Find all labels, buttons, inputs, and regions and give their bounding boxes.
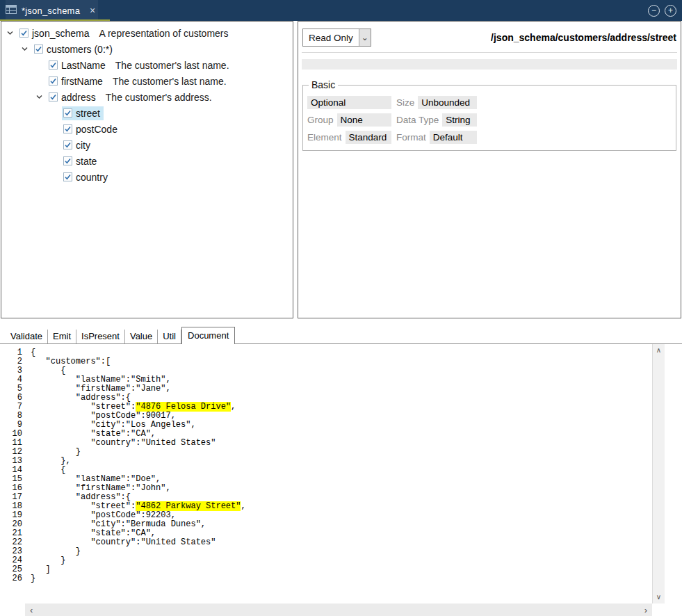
tree-node[interactable]: country bbox=[62, 170, 111, 184]
chevron-expanded-icon[interactable] bbox=[21, 45, 33, 53]
code-segment: "address":{ bbox=[31, 492, 131, 502]
basic-group-title: Basic bbox=[309, 79, 338, 90]
element-icon bbox=[19, 29, 29, 38]
property-label: Data Type bbox=[396, 115, 439, 125]
code-segment: "lastName":"Doe", bbox=[31, 474, 161, 484]
tree-item-postcode[interactable]: postCode bbox=[1, 121, 293, 137]
property-label: Element bbox=[307, 132, 342, 143]
property-cell: GroupNone bbox=[307, 113, 391, 127]
element-icon bbox=[49, 60, 58, 70]
tab-document[interactable]: Document bbox=[181, 327, 235, 344]
property-cell: ElementStandard bbox=[307, 131, 391, 144]
code-text: } bbox=[31, 574, 35, 583]
tree-item-label: json_schema bbox=[32, 28, 90, 39]
mode-dropdown-value: Read Only bbox=[303, 29, 359, 46]
code-segment: } bbox=[31, 546, 81, 556]
annotation-bar bbox=[302, 59, 677, 70]
chevron-down-icon[interactable]: ⌄ bbox=[359, 29, 371, 46]
tree-item-customers-0[interactable]: customers (0:*) bbox=[1, 41, 293, 57]
tree-item-lastname[interactable]: LastNameThe customer's last name. bbox=[1, 57, 293, 73]
code-segment: "city":"Los Angeles", bbox=[31, 420, 196, 430]
tree-node[interactable]: customers (0:*) bbox=[33, 42, 116, 56]
tree-item-label: address bbox=[61, 92, 96, 103]
close-icon[interactable]: × bbox=[90, 6, 95, 15]
tree-node[interactable]: LastName bbox=[47, 58, 109, 72]
tab-util[interactable]: Util bbox=[158, 330, 181, 343]
scroll-up-icon[interactable]: ∧ bbox=[656, 347, 661, 354]
code-segment: "street": bbox=[31, 501, 136, 511]
document-tab-json-schema[interactable]: *json_schema × bbox=[6, 0, 98, 21]
code-line-2: 2 "customers":[ bbox=[6, 357, 652, 366]
scroll-down-icon[interactable]: ∨ bbox=[656, 594, 661, 601]
collapse-circle-button[interactable]: − bbox=[648, 5, 660, 17]
code-segment: "postCode":92203, bbox=[31, 510, 176, 520]
tree-item-description: The customer's address. bbox=[106, 92, 212, 103]
tree-node[interactable]: address bbox=[47, 90, 99, 104]
document-tab-title: *json_schema bbox=[22, 6, 80, 16]
element-icon bbox=[63, 156, 72, 165]
main-area: json_schemaA representation of customers… bbox=[0, 21, 682, 320]
code-segment: , bbox=[241, 501, 245, 511]
tree-node[interactable]: json_schema bbox=[18, 26, 93, 40]
chevron-expanded-icon[interactable] bbox=[35, 93, 47, 101]
property-value: None bbox=[337, 113, 391, 127]
tab-validate[interactable]: Validate bbox=[6, 330, 48, 343]
tree-item-firstname[interactable]: firstNameThe customer's last name. bbox=[1, 73, 293, 89]
bottom-panel: ValidateEmitIsPresentValueUtilDocument 1… bbox=[0, 327, 682, 616]
plus-icon: + bbox=[668, 6, 673, 15]
code-line-13: 13 }, bbox=[6, 457, 652, 466]
tree-item-street[interactable]: street bbox=[1, 105, 293, 121]
selected-node-path: /json_schema/customers/address/street bbox=[491, 32, 676, 43]
property-cell: SizeUnbounded bbox=[396, 96, 477, 109]
tree-item-label: state bbox=[76, 156, 97, 167]
tree-item-description: The customer's last name. bbox=[113, 76, 227, 87]
code-line-24: 24 } bbox=[6, 556, 652, 565]
tree-item-address[interactable]: addressThe customer's address. bbox=[1, 89, 293, 105]
scroll-left-icon[interactable]: ‹ bbox=[30, 606, 33, 615]
chevron-expanded-icon[interactable] bbox=[6, 29, 18, 37]
tree-item-description: A representation of customers bbox=[99, 28, 229, 39]
tree-node-selected[interactable]: street bbox=[62, 106, 104, 120]
code-segment: "state":"CA", bbox=[31, 528, 156, 538]
basic-properties: OptionalSizeUnboundedGroupNoneData TypeS… bbox=[307, 96, 672, 144]
tree-node[interactable]: postCode bbox=[62, 122, 121, 136]
code-segment: "firstName":"Jane", bbox=[31, 384, 171, 394]
tab-value[interactable]: Value bbox=[125, 330, 158, 343]
scroll-right-icon[interactable]: › bbox=[644, 606, 647, 615]
mode-dropdown[interactable]: Read Only ⌄ bbox=[302, 29, 371, 47]
titlebar-actions: − + bbox=[648, 5, 676, 17]
code-segment: "firstName":"John", bbox=[31, 483, 171, 493]
tree-node[interactable]: state bbox=[62, 154, 100, 168]
property-value: Default bbox=[430, 131, 477, 144]
active-tab-underline bbox=[0, 19, 110, 21]
code-segment: , bbox=[231, 402, 236, 412]
code-line-12: 12 } bbox=[6, 448, 652, 457]
tree-item-json-schema[interactable]: json_schemaA representation of customers bbox=[1, 25, 293, 41]
property-label: Size bbox=[396, 97, 414, 108]
tree-item-city[interactable]: city bbox=[1, 137, 293, 153]
tab-ispresent[interactable]: IsPresent bbox=[76, 330, 125, 343]
code-segment: "country":"United States" bbox=[31, 438, 216, 448]
code-segment: "customers":[ bbox=[31, 357, 111, 366]
vertical-scrollbar[interactable]: ∧ ∨ bbox=[652, 344, 665, 603]
tree-item-state[interactable]: state bbox=[1, 153, 293, 169]
editor-area: 1{2 "customers":[3 {4 "lastName":"Smith"… bbox=[0, 344, 682, 603]
code-segment: "city":"Bermuda Dunes", bbox=[31, 519, 206, 529]
code-segment: "lastName":"Smith", bbox=[31, 375, 171, 384]
property-value: Standard bbox=[346, 131, 391, 144]
element-icon bbox=[63, 140, 72, 149]
element-icon bbox=[63, 108, 72, 117]
expand-circle-button[interactable]: + bbox=[665, 5, 676, 17]
tree-item-country[interactable]: country bbox=[1, 169, 293, 185]
titlebar: *json_schema × − + bbox=[0, 0, 682, 21]
horizontal-scrollbar[interactable]: ‹ › bbox=[25, 603, 652, 616]
tree-item-label: customers (0:*) bbox=[47, 44, 113, 55]
code-segment: ] bbox=[31, 565, 51, 574]
code-segment: { bbox=[31, 348, 35, 357]
code-segment: } bbox=[31, 447, 81, 457]
tree-node[interactable]: firstName bbox=[47, 74, 106, 88]
tree-node[interactable]: city bbox=[62, 138, 94, 152]
tree-item-label: postCode bbox=[76, 124, 117, 135]
tab-emit[interactable]: Emit bbox=[48, 330, 76, 343]
code-editor[interactable]: 1{2 "customers":[3 {4 "lastName":"Smith"… bbox=[0, 344, 652, 603]
